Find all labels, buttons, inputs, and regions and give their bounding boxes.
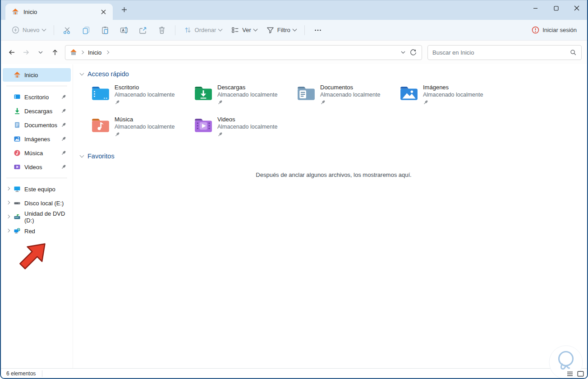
sign-in-label: Iniciar sesión: [542, 27, 577, 33]
thumbnails-view-icon[interactable]: [577, 371, 584, 377]
tab-close-button[interactable]: [97, 6, 109, 18]
filter-button[interactable]: Filtro: [262, 23, 300, 38]
sidebar-item-label: Disco local (E:): [24, 200, 64, 207]
tile-text: Documentos Almacenado localmente: [320, 84, 380, 107]
tile-subtitle: Almacenado localmente: [115, 124, 175, 130]
paste-button[interactable]: [96, 23, 114, 38]
tab-inicio[interactable]: Inicio: [5, 4, 113, 20]
details-view-icon[interactable]: [567, 371, 573, 377]
pin-icon: [61, 164, 66, 170]
sidebar-item-red[interactable]: Red: [3, 224, 71, 238]
navigation-row: Inicio: [1, 41, 587, 64]
tile-descargas[interactable]: Descargas Almacenado localmente: [194, 84, 291, 107]
sort-button[interactable]: Ordenar: [179, 23, 226, 38]
pin-icon: [61, 94, 66, 100]
sidebar-item-label: Documentos: [24, 122, 57, 129]
network-icon: [14, 227, 21, 235]
quick-access-header[interactable]: Acceso rápido: [80, 70, 587, 78]
search-icon[interactable]: [570, 49, 577, 56]
sidebar-item-descargas[interactable]: Descargas: [3, 104, 71, 118]
up-arrow-icon: [51, 48, 59, 56]
view-button[interactable]: Ver: [227, 23, 261, 38]
new-tab-button[interactable]: [118, 4, 130, 15]
titlebar[interactable]: Inicio: [1, 0, 587, 20]
favorites-header[interactable]: Favoritos: [80, 153, 587, 160]
tile-imagenes[interactable]: Imágenes Almacenado localmente: [400, 84, 497, 107]
section-title: Acceso rápido: [87, 70, 129, 78]
quick-access-grid: Escritorio Almacenado localmente: [91, 84, 587, 139]
pin-icon: [61, 150, 66, 156]
sidebar-item-label: Inicio: [24, 72, 38, 79]
tile-musica[interactable]: Música Almacenado localmente: [91, 116, 188, 139]
command-toolbar: Nuevo: [1, 20, 587, 41]
search-input[interactable]: [432, 49, 570, 56]
cut-icon: [63, 26, 72, 35]
folder-videos-icon: [194, 117, 213, 134]
maximize-button[interactable]: [546, 0, 566, 16]
tile-name: Videos: [217, 116, 277, 123]
document-icon: [14, 121, 21, 129]
collapse-chevron-icon[interactable]: [80, 153, 84, 157]
sidebar-item-disco-local[interactable]: Disco local (E:): [3, 196, 71, 210]
sidebar-item-imagenes[interactable]: Imágenes: [3, 132, 71, 146]
sign-in-button[interactable]: Iniciar sesión: [527, 23, 581, 38]
window-controls: [525, 0, 587, 16]
expand-chevron-icon[interactable]: [6, 187, 10, 190]
rename-button[interactable]: [115, 23, 133, 38]
address-bar[interactable]: Inicio: [65, 45, 422, 60]
refresh-icon[interactable]: [409, 49, 417, 56]
view-label: Ver: [242, 27, 251, 33]
see-more-button[interactable]: [309, 23, 327, 38]
sidebar-item-musica[interactable]: Música: [3, 146, 71, 160]
tile-escritorio[interactable]: Escritorio Almacenado localmente: [91, 84, 188, 107]
sidebar-item-escritorio[interactable]: Escritorio: [3, 90, 71, 104]
tile-subtitle: Almacenado localmente: [115, 92, 175, 98]
up-button[interactable]: [48, 45, 62, 60]
pin-icon: [217, 132, 223, 137]
back-button[interactable]: [5, 45, 19, 60]
minimize-button[interactable]: [525, 0, 546, 16]
rename-icon: [119, 26, 129, 35]
paste-icon: [101, 26, 110, 35]
tile-text: Música Almacenado localmente: [115, 116, 175, 139]
forward-arrow-icon: [22, 48, 30, 56]
sidebar-item-label: Unidad de DVD (D:): [24, 210, 71, 224]
sidebar-item-documentos[interactable]: Documentos: [3, 118, 71, 132]
close-button[interactable]: [566, 0, 587, 16]
tile-documentos[interactable]: Documentos Almacenado localmente: [297, 84, 394, 107]
folder-music-icon: [91, 117, 110, 134]
forward-button[interactable]: [19, 45, 33, 60]
desktop-icon: [14, 93, 21, 101]
recent-locations-button[interactable]: [33, 45, 48, 60]
expand-chevron-icon[interactable]: [6, 201, 10, 204]
pin-icon: [115, 132, 120, 137]
search-box[interactable]: [427, 45, 582, 60]
pin-icon: [115, 100, 120, 105]
sidebar-item-videos[interactable]: Videos: [3, 160, 71, 174]
sidebar-item-este-equipo[interactable]: Este equipo: [3, 182, 71, 196]
pin-icon: [217, 100, 223, 105]
cut-button[interactable]: [58, 23, 76, 38]
address-dropdown-icon[interactable]: [400, 50, 406, 55]
sidebar-item-label: Red: [24, 228, 35, 235]
home-icon: [70, 49, 77, 56]
sidebar-item-inicio[interactable]: Inicio: [3, 68, 71, 82]
sidebar-item-label: Videos: [24, 164, 42, 171]
collapse-chevron-icon[interactable]: [80, 71, 84, 75]
delete-button[interactable]: [153, 23, 171, 38]
share-button[interactable]: [134, 23, 152, 38]
status-separator: [42, 370, 42, 377]
section-title: Favoritos: [87, 153, 115, 160]
pin-icon: [61, 122, 66, 128]
new-button[interactable]: Nuevo: [7, 23, 50, 38]
tile-videos[interactable]: Videos Almacenado localmente: [194, 116, 291, 139]
expand-chevron-icon[interactable]: [6, 229, 10, 232]
filter-label: Filtro: [277, 27, 290, 33]
tile-name: Descargas: [217, 84, 277, 91]
folder-downloads-icon: [194, 85, 213, 102]
expand-chevron-icon[interactable]: [6, 215, 10, 218]
tile-subtitle: Almacenado localmente: [217, 92, 277, 98]
copy-button[interactable]: [77, 23, 95, 38]
sidebar-item-unidad-dvd[interactable]: Unidad de DVD (D:): [3, 210, 71, 224]
breadcrumb-root[interactable]: Inicio: [87, 49, 102, 56]
